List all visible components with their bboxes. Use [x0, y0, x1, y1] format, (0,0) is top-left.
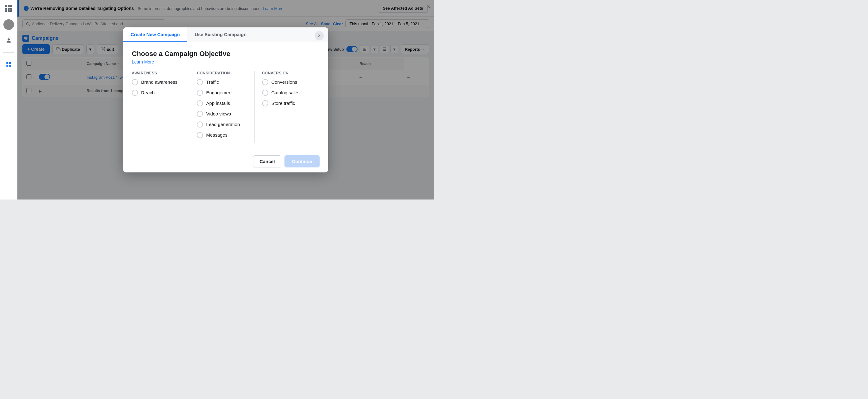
catalog-sales-radio[interactable] — [262, 90, 268, 96]
svg-rect-1 — [6, 62, 8, 64]
lead-generation-option[interactable]: Lead generation — [197, 121, 249, 127]
modal-overlay[interactable]: Create New Campaign Use Existing Campaig… — [18, 0, 434, 200]
consideration-column-title: Consideration — [197, 71, 249, 75]
catalog-sales-label: Catalog sales — [271, 90, 300, 95]
main-content: i We're Removing Some Detailed Targeting… — [18, 0, 434, 200]
profile-avatar[interactable] — [3, 19, 14, 30]
grid-menu-icon[interactable] — [4, 4, 14, 14]
traffic-radio[interactable] — [197, 79, 203, 85]
sidebar — [0, 0, 18, 200]
store-traffic-radio[interactable] — [262, 100, 268, 107]
traffic-label: Traffic — [206, 79, 219, 85]
traffic-option[interactable]: Traffic — [197, 79, 249, 85]
engagement-radio[interactable] — [197, 90, 203, 96]
modal-title: Choose a Campaign Objective — [132, 50, 319, 58]
brand-awareness-option[interactable]: Brand awareness — [132, 79, 184, 85]
video-views-radio[interactable] — [197, 111, 203, 117]
modal-tabs: Create New Campaign Use Existing Campaig… — [123, 27, 328, 42]
awareness-column-title: Awareness — [132, 71, 184, 75]
app-installs-label: App installs — [206, 101, 230, 106]
svg-point-0 — [7, 38, 10, 40]
app-installs-radio[interactable] — [197, 100, 203, 107]
store-traffic-label: Store traffic — [271, 101, 295, 106]
conversions-radio[interactable] — [262, 79, 268, 85]
modal-close-button[interactable]: × — [315, 31, 324, 40]
awareness-column: Awareness Brand awareness Reach — [132, 71, 189, 143]
brand-awareness-label: Brand awareness — [141, 79, 178, 85]
continue-button[interactable]: Continue — [284, 155, 319, 167]
lead-generation-radio[interactable] — [197, 121, 203, 127]
reach-radio[interactable] — [132, 90, 138, 96]
sidebar-divider — [3, 52, 14, 53]
video-views-label: Video views — [206, 111, 231, 116]
lead-generation-label: Lead generation — [206, 122, 240, 127]
store-traffic-option[interactable]: Store traffic — [262, 100, 315, 107]
campaign-objective-modal: Create New Campaign Use Existing Campaig… — [123, 27, 328, 172]
conversion-column-title: Conversion — [262, 71, 315, 75]
reach-option[interactable]: Reach — [132, 90, 184, 96]
modal-learn-more-link[interactable]: Learn More — [132, 59, 154, 64]
messages-option[interactable]: Messages — [197, 132, 249, 138]
use-existing-campaign-tab[interactable]: Use Existing Campaign — [187, 27, 254, 42]
objectives-grid: Awareness Brand awareness Reach Consider… — [132, 71, 319, 143]
conversions-option[interactable]: Conversions — [262, 79, 315, 85]
messages-radio[interactable] — [197, 132, 203, 138]
campaigns-nav-icon[interactable] — [4, 59, 14, 69]
create-new-campaign-tab[interactable]: Create New Campaign — [123, 27, 187, 42]
modal-body: Choose a Campaign Objective Learn More A… — [123, 42, 328, 150]
conversions-label: Conversions — [271, 79, 297, 85]
svg-rect-2 — [9, 62, 11, 64]
reach-label: Reach — [141, 90, 155, 95]
video-views-option[interactable]: Video views — [197, 111, 249, 117]
cancel-button[interactable]: Cancel — [253, 155, 281, 167]
engagement-option[interactable]: Engagement — [197, 90, 249, 96]
modal-footer: Cancel Continue — [123, 150, 328, 172]
app-installs-option[interactable]: App installs — [197, 100, 249, 107]
engagement-label: Engagement — [206, 90, 232, 95]
audience-icon[interactable] — [4, 35, 14, 46]
brand-awareness-radio[interactable] — [132, 79, 138, 85]
conversion-column: Conversion Conversions Catalog sales Sto… — [262, 71, 319, 143]
messages-label: Messages — [206, 132, 227, 138]
svg-rect-3 — [6, 65, 8, 67]
catalog-sales-option[interactable]: Catalog sales — [262, 90, 315, 96]
consideration-column: Consideration Traffic Engagement App ins… — [197, 71, 254, 143]
svg-rect-4 — [9, 65, 11, 67]
